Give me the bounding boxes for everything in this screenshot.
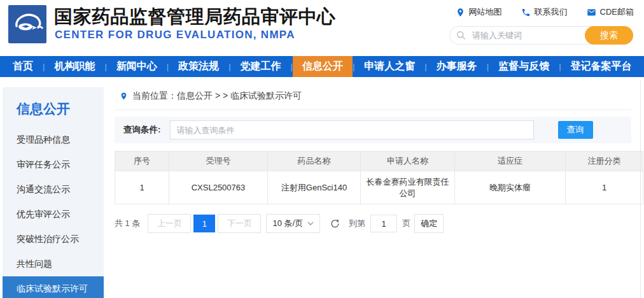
nav-item-3[interactable]: 新闻中心 (107, 56, 167, 77)
nav-item-9[interactable]: 监督与反馈 (489, 56, 559, 77)
nav-item-5[interactable]: 党建工作 (231, 56, 291, 77)
quick-links: 网站地图 联系我们 CDE邮箱 (456, 6, 634, 18)
nav-item-2[interactable]: 机构职能 (45, 56, 104, 77)
table-cell: 1 (566, 171, 643, 204)
table-cell: 1 (115, 171, 169, 204)
site-search-button[interactable]: 搜索 (585, 26, 633, 45)
table-cell: CXSL2500763 (169, 171, 268, 204)
query-button[interactable]: 查询 (558, 121, 593, 139)
table-body: 1CXSL2500763注射用GenSci140长春金赛药业有限责任公司晚期实体… (115, 171, 643, 204)
sidebar-item[interactable]: 突破性治疗公示 (3, 227, 104, 252)
location-pin-icon (456, 8, 465, 17)
content: 当前位置：信息公开 > > 临床试验默示许可 查询条件: 查询 序号受理号药品名… (115, 89, 631, 233)
page: 国家药品监督管理局药品审评中心 CENTER FOR DRUG EVALUATI… (0, 0, 644, 298)
refresh-icon[interactable] (330, 218, 340, 229)
table-cell: 注射用GenSci140 (268, 171, 361, 204)
results-table: 序号受理号药品名称申请人名称适应症注册分类 1CXSL2500763注射用Gen… (115, 151, 643, 204)
sidebar-item[interactable]: 共性问题 (3, 252, 104, 276)
table-column-header: 序号 (115, 152, 169, 171)
table-column-header: 药品名称 (268, 152, 361, 171)
chevron-down-icon (307, 222, 314, 225)
site-title: 国家药品监督管理局药品审评中心 (54, 4, 336, 30)
scrollbar-track[interactable] (640, 80, 641, 298)
nav-item-6[interactable]: 信息公开 (293, 56, 353, 77)
sidebar-items: 受理品种信息审评任务公示沟通交流公示优先审评公示突破性治疗公示共性问题临床试验默… (3, 127, 104, 298)
envelope-icon (587, 8, 596, 17)
mailbox-link[interactable]: CDE邮箱 (587, 6, 634, 18)
breadcrumb-label: 当前位置：信息公开 > > 临床试验默示许可 (132, 90, 302, 102)
query-label: 查询条件: (123, 124, 161, 136)
mailbox-label: CDE邮箱 (600, 6, 634, 18)
current-page-button[interactable]: 1 (193, 215, 215, 232)
phone-icon (521, 8, 531, 17)
nav-item-4[interactable]: 政策法规 (169, 56, 228, 77)
search-icon (456, 31, 466, 40)
sidebar-item[interactable]: 优先审评公示 (3, 202, 104, 227)
sidebar-item[interactable]: 审评任务公示 (3, 152, 104, 177)
page-unit-label: 页 (402, 218, 410, 229)
goto-page-input[interactable] (370, 215, 397, 232)
query-input[interactable] (170, 120, 534, 139)
sitemap-link[interactable]: 网站地图 (456, 6, 502, 18)
sidebar-item[interactable]: 临床试验默示许可 (3, 276, 104, 298)
breadcrumb: 当前位置：信息公开 > > 临床试验默示许可 (115, 89, 631, 110)
nav-item-8[interactable]: 办事服务 (427, 56, 487, 77)
page-size-value: 10 条/页 (272, 218, 303, 229)
pagination: 共 1 条 上一页 1 下一页 10 条/页 到第 页 确定 (115, 214, 631, 233)
contact-label: 联系我们 (535, 6, 568, 18)
cde-logo (8, 5, 46, 43)
table-column-header: 受理号 (169, 152, 268, 171)
nav-item-1[interactable]: 首页 (3, 56, 43, 77)
query-bar: 查询条件: 查询 (115, 117, 631, 143)
nav-item-10[interactable]: 登记备案平台 (561, 56, 641, 77)
site-search: 搜索 (449, 26, 633, 45)
pagination-total: 共 1 条 (115, 218, 140, 229)
table-column-header: 申请人名称 (361, 152, 455, 171)
nav-item-7[interactable]: 申请人之窗 (354, 56, 424, 77)
contact-link[interactable]: 联系我们 (521, 6, 568, 18)
page-size-select[interactable]: 10 条/页 (266, 214, 320, 233)
sidebar-item[interactable]: 受理品种信息 (3, 127, 104, 152)
table-cell: 长春金赛药业有限责任公司 (361, 171, 455, 204)
table-cell: 晚期实体瘤 (455, 171, 566, 204)
sitemap-label: 网站地图 (469, 6, 502, 18)
table-row[interactable]: 1CXSL2500763注射用GenSci140长春金赛药业有限责任公司晚期实体… (115, 171, 643, 204)
next-page-button[interactable]: 下一页 (218, 214, 261, 233)
main-nav: 首页|机构职能|新闻中心|政策法规|党建工作|信息公开|申请人之窗|办事服务|监… (0, 56, 644, 77)
goto-confirm-button[interactable]: 确定 (414, 214, 444, 233)
site-subtitle: CENTER FOR DRUG EVALUATION, NMPA (55, 29, 295, 41)
goto-page-label: 到第 (349, 218, 365, 229)
sidebar-title: 信息公开 (17, 100, 104, 118)
prev-page-button[interactable]: 上一页 (148, 214, 191, 233)
sidebar: 信息公开 受理品种信息审评任务公示沟通交流公示优先审评公示突破性治疗公示共性问题… (3, 87, 104, 298)
site-search-input[interactable] (471, 30, 585, 41)
table-header-row: 序号受理号药品名称申请人名称适应症注册分类 (115, 152, 643, 171)
location-pin-icon (120, 91, 128, 101)
table-column-header: 适应症 (455, 152, 566, 171)
sidebar-item[interactable]: 沟通交流公示 (3, 177, 104, 202)
table-column-header: 注册分类 (566, 152, 643, 171)
